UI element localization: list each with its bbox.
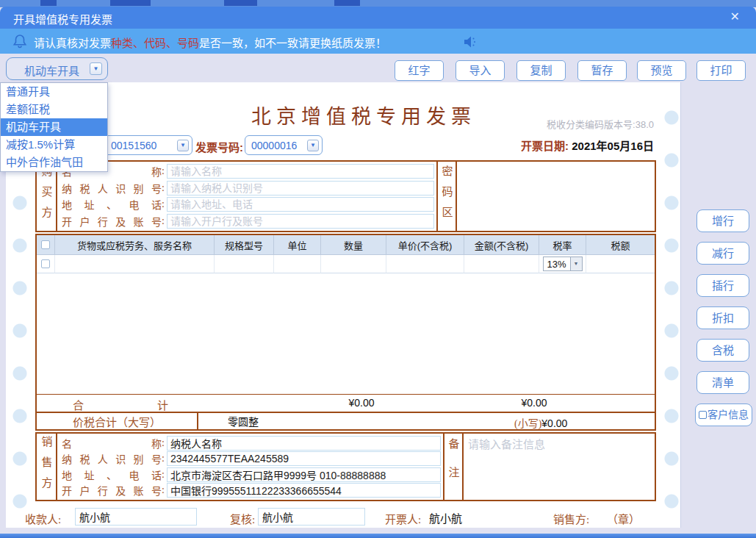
type-option-differential[interactable]: 差额征税 [1, 101, 107, 118]
tax-code-version: 税收分类编码版本号:38.0 [441, 117, 654, 131]
buyer-bank-input[interactable] [167, 214, 434, 229]
amount-in-figures-value: ¥0.00 [541, 417, 567, 429]
buyer-name-input[interactable] [167, 164, 434, 179]
discount-button[interactable]: 折扣 [696, 306, 749, 329]
tax-included-button[interactable]: 含税 [696, 339, 749, 362]
background-window-fragment [40, 0, 57, 6]
seller-address-input[interactable] [167, 467, 441, 482]
items-table: 货物或应税劳务、服务名称 规格型号 单位 数量 单价(不含税) 金额(不含税) … [35, 234, 656, 431]
speaker-icon[interactable] [461, 33, 479, 51]
invoice-number-value: 00000016 [251, 140, 297, 151]
seller-address-label: 地址、电话 [62, 467, 162, 482]
background-window-fragment [224, 0, 257, 6]
item-tax-cell[interactable] [586, 255, 655, 273]
buyer-name-row: 名称: [57, 163, 436, 179]
label-colon: : [162, 469, 165, 481]
add-row-button[interactable]: 增行 [696, 209, 749, 232]
seller-side-label-cell: 销售方 [37, 434, 57, 500]
select-all-checkbox[interactable] [41, 240, 50, 249]
type-option-motor-vehicle[interactable]: 机动车开具 [1, 118, 107, 136]
buyer-address-input[interactable] [167, 197, 434, 212]
buyer-taxid-label: 纳税人识别号 [62, 181, 162, 196]
remark-input[interactable] [464, 434, 655, 500]
col-tax: 税额 [586, 235, 655, 255]
label-colon: : [162, 484, 165, 496]
invoice-date-label: 开票日期: [521, 140, 569, 152]
seller-side-label: 销售方 [39, 436, 54, 498]
invoice-type-selector[interactable]: 机动车开具 ▼ [6, 57, 108, 80]
remove-row-button[interactable]: 减行 [696, 242, 749, 265]
copy-button[interactable]: 复制 [516, 60, 566, 81]
chevron-down-icon[interactable]: ▼ [90, 62, 102, 75]
amount-in-figures: (小写)¥0.00 [514, 415, 567, 430]
type-option-oil-gas[interactable]: 中外合作油气田 [1, 154, 107, 171]
seller-seal-label: 销售方: [553, 511, 589, 526]
item-row: 13% ▼ [37, 255, 655, 273]
drawer-value: 航小航 [429, 510, 462, 526]
buyer-taxid-input[interactable] [167, 181, 434, 196]
list-button[interactable]: 清单 [696, 371, 749, 394]
notice-text: 是否一致，如不一致请更换纸质发票！ [199, 37, 386, 49]
preview-button[interactable]: 预览 [637, 60, 686, 81]
seller-bank-row: 开户行及账号: [57, 483, 443, 499]
select-all-cell [37, 235, 55, 255]
remark-label: 备注 [446, 438, 461, 495]
red-letter-button[interactable]: 红字 [395, 60, 444, 81]
amount-in-figures-label: (小写) [514, 418, 541, 429]
buyer-bank-label: 开户行及账号 [62, 214, 162, 229]
bell-icon [12, 33, 28, 49]
customer-info-checkbox[interactable] [699, 411, 707, 419]
chevron-down-icon[interactable]: ▼ [307, 140, 319, 151]
password-zone-label: 密码区 [439, 165, 455, 227]
buyer-bank-row: 开户行及账号: [57, 213, 436, 229]
col-unit: 单位 [274, 235, 321, 255]
import-button[interactable]: 导入 [456, 60, 505, 81]
seller-taxid-input[interactable] [167, 451, 441, 466]
type-option-reduced-rate[interactable]: 减按1.5%计算 [1, 136, 107, 154]
chevron-down-icon[interactable]: ▼ [177, 140, 189, 151]
password-zone-area [457, 162, 655, 231]
dialog-title: 开具增值税专用发票 [13, 11, 112, 26]
payee-input[interactable] [75, 508, 197, 526]
buyer-fields: 名称: 纳税人识别号: 地址、电话: 开户行及账号: [57, 162, 438, 231]
item-quantity-cell[interactable] [321, 255, 386, 273]
print-button[interactable]: 打印 [696, 60, 746, 81]
remark-area [464, 434, 655, 500]
seller-bank-label: 开户行及账号 [62, 483, 162, 498]
close-icon[interactable]: ✕ [726, 10, 744, 24]
row-checkbox[interactable] [41, 259, 50, 268]
col-tax-rate: 税率 [539, 235, 586, 255]
amount-in-words-row: 价税合计（大写） 零圆整 (小写)¥0.00 [37, 412, 655, 429]
seller-name-row: 名称: [57, 435, 443, 451]
items-table-header: 货物或应税劳务、服务名称 规格型号 单位 数量 单价(不含税) 金额(不含税) … [37, 235, 655, 255]
total-amount: ¥0.00 [321, 397, 402, 409]
seller-name-input[interactable] [167, 436, 441, 451]
label-colon: : [162, 198, 165, 210]
label-colon: : [162, 165, 165, 177]
amount-in-words-value: 零圆整 [228, 414, 259, 428]
item-unit-cell[interactable] [274, 255, 321, 273]
notice-bar: 请认真核对发票种类、代码、号码是否一致，如不一致请更换纸质发票！ [0, 29, 756, 54]
item-amount-cell[interactable] [464, 255, 539, 273]
item-name-cell[interactable] [55, 255, 215, 273]
col-amount: 金额(不含税) [464, 235, 539, 255]
tax-rate-select[interactable]: 13% ▼ [543, 257, 583, 271]
item-unit-price-cell[interactable] [386, 255, 464, 273]
totals-row: 合计 ¥0.00 ¥0.00 [37, 394, 655, 412]
col-unit-price: 单价(不含税) [386, 235, 464, 255]
save-draft-button[interactable]: 暂存 [577, 60, 627, 81]
reviewer-input[interactable] [258, 508, 365, 526]
buyer-side-label: 购买方 [39, 165, 54, 227]
insert-row-button[interactable]: 插行 [696, 274, 749, 297]
label-colon: : [162, 182, 165, 194]
type-option-normal[interactable]: 普通开具 [1, 83, 107, 101]
customer-info-label: 客户信息 [708, 409, 749, 420]
amount-in-words-label: 价税合计（大写） [37, 413, 198, 429]
item-spec-cell[interactable] [215, 255, 274, 273]
invoice-date: 开票日期: 2021年05月16日 [470, 137, 654, 153]
seller-bank-input[interactable] [167, 483, 441, 498]
buyer-taxid-row: 纳税人识别号: [57, 180, 436, 196]
chevron-down-icon[interactable]: ▼ [570, 257, 582, 270]
invoice-number-select[interactable]: 00000016 ▼ [245, 135, 323, 155]
customer-info-button[interactable]: 客户信息 [695, 404, 752, 426]
